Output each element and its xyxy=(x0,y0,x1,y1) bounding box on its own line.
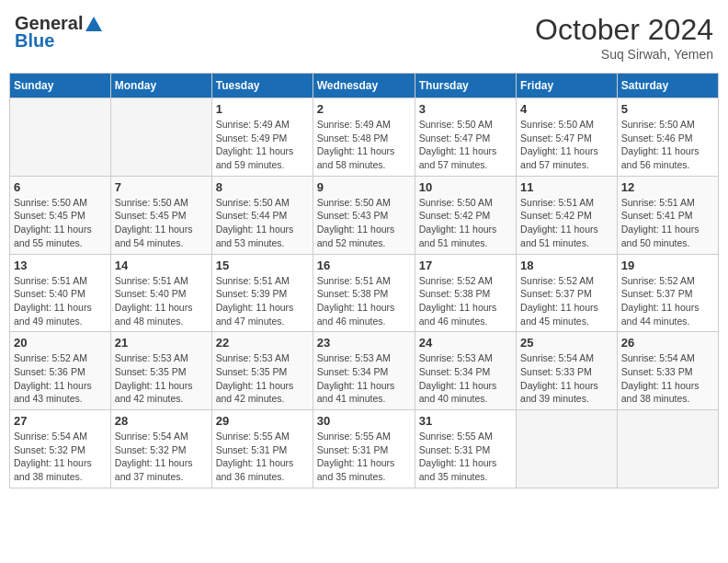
day-detail: Sunrise: 5:50 AM Sunset: 5:47 PM Dayligh… xyxy=(419,118,512,172)
logo: General Blue xyxy=(15,13,105,52)
calendar-cell: 25Sunrise: 5:54 AM Sunset: 5:33 PM Dayli… xyxy=(517,332,618,410)
day-detail: Sunrise: 5:55 AM Sunset: 5:31 PM Dayligh… xyxy=(419,430,512,484)
day-number: 1 xyxy=(216,102,309,116)
calendar-cell: 12Sunrise: 5:51 AM Sunset: 5:41 PM Dayli… xyxy=(617,176,718,254)
calendar-cell: 1Sunrise: 5:49 AM Sunset: 5:49 PM Daylig… xyxy=(211,98,313,177)
weekday-header: Saturday xyxy=(617,74,718,98)
calendar-cell: 9Sunrise: 5:50 AM Sunset: 5:43 PM Daylig… xyxy=(313,176,415,254)
logo-blue: Blue xyxy=(15,30,54,52)
calendar-cell: 18Sunrise: 5:52 AM Sunset: 5:37 PM Dayli… xyxy=(517,254,618,332)
calendar-cell: 30Sunrise: 5:55 AM Sunset: 5:31 PM Dayli… xyxy=(313,410,415,488)
day-number: 23 xyxy=(317,336,411,350)
day-number: 22 xyxy=(216,336,309,350)
day-number: 20 xyxy=(14,336,107,350)
day-detail: Sunrise: 5:52 AM Sunset: 5:38 PM Dayligh… xyxy=(419,274,512,328)
calendar-cell xyxy=(110,98,211,177)
day-detail: Sunrise: 5:54 AM Sunset: 5:33 PM Dayligh… xyxy=(520,351,613,406)
day-detail: Sunrise: 5:51 AM Sunset: 5:41 PM Dayligh… xyxy=(621,196,714,250)
weekday-header: Tuesday xyxy=(211,74,313,98)
day-detail: Sunrise: 5:55 AM Sunset: 5:31 PM Dayligh… xyxy=(216,430,309,484)
day-detail: Sunrise: 5:53 AM Sunset: 5:35 PM Dayligh… xyxy=(216,351,309,406)
day-number: 16 xyxy=(317,259,411,272)
day-detail: Sunrise: 5:55 AM Sunset: 5:31 PM Dayligh… xyxy=(317,430,411,484)
calendar-cell: 31Sunrise: 5:55 AM Sunset: 5:31 PM Dayli… xyxy=(415,410,516,488)
calendar-cell: 8Sunrise: 5:50 AM Sunset: 5:44 PM Daylig… xyxy=(211,176,313,254)
day-number: 13 xyxy=(14,259,107,272)
calendar-cell: 7Sunrise: 5:50 AM Sunset: 5:45 PM Daylig… xyxy=(110,176,211,254)
calendar-cell: 3Sunrise: 5:50 AM Sunset: 5:47 PM Daylig… xyxy=(415,98,516,177)
calendar-cell: 13Sunrise: 5:51 AM Sunset: 5:40 PM Dayli… xyxy=(10,254,111,332)
day-number: 27 xyxy=(14,414,107,428)
day-number: 5 xyxy=(621,102,714,116)
calendar-cell: 19Sunrise: 5:52 AM Sunset: 5:37 PM Dayli… xyxy=(617,254,718,332)
calendar-cell: 17Sunrise: 5:52 AM Sunset: 5:38 PM Dayli… xyxy=(415,254,516,332)
calendar-cell: 10Sunrise: 5:50 AM Sunset: 5:42 PM Dayli… xyxy=(415,176,516,254)
calendar-week-row: 27Sunrise: 5:54 AM Sunset: 5:32 PM Dayli… xyxy=(10,410,719,488)
day-detail: Sunrise: 5:53 AM Sunset: 5:34 PM Dayligh… xyxy=(317,351,411,406)
day-detail: Sunrise: 5:54 AM Sunset: 5:33 PM Dayligh… xyxy=(621,351,714,406)
day-detail: Sunrise: 5:53 AM Sunset: 5:35 PM Dayligh… xyxy=(115,351,208,406)
calendar-header-row: SundayMondayTuesdayWednesdayThursdayFrid… xyxy=(10,74,719,98)
day-number: 17 xyxy=(419,259,512,272)
calendar-cell: 11Sunrise: 5:51 AM Sunset: 5:42 PM Dayli… xyxy=(517,176,618,254)
day-detail: Sunrise: 5:50 AM Sunset: 5:44 PM Dayligh… xyxy=(216,196,309,250)
calendar-week-row: 20Sunrise: 5:52 AM Sunset: 5:36 PM Dayli… xyxy=(10,332,719,410)
day-detail: Sunrise: 5:50 AM Sunset: 5:47 PM Dayligh… xyxy=(520,118,613,172)
day-number: 29 xyxy=(216,414,309,428)
calendar-cell xyxy=(10,98,111,177)
day-detail: Sunrise: 5:52 AM Sunset: 5:37 PM Dayligh… xyxy=(621,274,714,328)
day-detail: Sunrise: 5:50 AM Sunset: 5:45 PM Dayligh… xyxy=(14,196,107,250)
calendar-week-row: 6Sunrise: 5:50 AM Sunset: 5:45 PM Daylig… xyxy=(10,176,719,254)
day-number: 24 xyxy=(419,336,512,350)
day-number: 7 xyxy=(115,180,208,194)
day-detail: Sunrise: 5:52 AM Sunset: 5:37 PM Dayligh… xyxy=(520,274,613,328)
weekday-header: Friday xyxy=(517,74,618,98)
calendar-cell: 15Sunrise: 5:51 AM Sunset: 5:39 PM Dayli… xyxy=(211,254,313,332)
calendar-cell xyxy=(517,410,618,488)
calendar-cell: 28Sunrise: 5:54 AM Sunset: 5:32 PM Dayli… xyxy=(110,410,211,488)
day-detail: Sunrise: 5:50 AM Sunset: 5:45 PM Dayligh… xyxy=(115,196,208,250)
weekday-header: Sunday xyxy=(10,74,111,98)
day-detail: Sunrise: 5:49 AM Sunset: 5:49 PM Dayligh… xyxy=(216,118,309,172)
day-detail: Sunrise: 5:54 AM Sunset: 5:32 PM Dayligh… xyxy=(115,430,208,484)
calendar-cell: 5Sunrise: 5:50 AM Sunset: 5:46 PM Daylig… xyxy=(617,98,718,177)
day-number: 18 xyxy=(520,259,613,272)
calendar-cell: 22Sunrise: 5:53 AM Sunset: 5:35 PM Dayli… xyxy=(211,332,313,410)
location-subtitle: Suq Sirwah, Yemen xyxy=(535,47,713,62)
day-detail: Sunrise: 5:51 AM Sunset: 5:39 PM Dayligh… xyxy=(216,274,309,328)
calendar-cell: 16Sunrise: 5:51 AM Sunset: 5:38 PM Dayli… xyxy=(313,254,415,332)
calendar-cell: 24Sunrise: 5:53 AM Sunset: 5:34 PM Dayli… xyxy=(415,332,516,410)
weekday-header: Wednesday xyxy=(313,74,415,98)
day-number: 3 xyxy=(419,102,512,116)
day-number: 12 xyxy=(621,180,714,194)
day-detail: Sunrise: 5:49 AM Sunset: 5:48 PM Dayligh… xyxy=(317,118,411,172)
day-number: 28 xyxy=(115,414,208,428)
logo-icon xyxy=(84,15,104,33)
calendar-cell: 2Sunrise: 5:49 AM Sunset: 5:48 PM Daylig… xyxy=(313,98,415,177)
day-number: 11 xyxy=(520,180,613,194)
day-detail: Sunrise: 5:51 AM Sunset: 5:38 PM Dayligh… xyxy=(317,274,411,328)
day-number: 21 xyxy=(115,336,208,350)
day-number: 10 xyxy=(419,180,512,194)
calendar-cell xyxy=(617,410,718,488)
calendar-cell: 14Sunrise: 5:51 AM Sunset: 5:40 PM Dayli… xyxy=(110,254,211,332)
month-title: October 2024 xyxy=(535,13,713,47)
calendar-cell: 27Sunrise: 5:54 AM Sunset: 5:32 PM Dayli… xyxy=(10,410,111,488)
day-number: 26 xyxy=(621,336,714,350)
day-detail: Sunrise: 5:51 AM Sunset: 5:40 PM Dayligh… xyxy=(14,274,107,328)
day-number: 9 xyxy=(317,180,411,194)
day-detail: Sunrise: 5:54 AM Sunset: 5:32 PM Dayligh… xyxy=(14,430,107,484)
title-block: October 2024 Suq Sirwah, Yemen xyxy=(535,13,713,62)
day-detail: Sunrise: 5:53 AM Sunset: 5:34 PM Dayligh… xyxy=(419,351,512,406)
day-number: 6 xyxy=(14,180,107,194)
calendar-cell: 23Sunrise: 5:53 AM Sunset: 5:34 PM Dayli… xyxy=(313,332,415,410)
day-number: 4 xyxy=(520,102,613,116)
day-detail: Sunrise: 5:52 AM Sunset: 5:36 PM Dayligh… xyxy=(14,351,107,406)
calendar-week-row: 1Sunrise: 5:49 AM Sunset: 5:49 PM Daylig… xyxy=(10,98,719,177)
day-number: 15 xyxy=(216,259,309,272)
svg-marker-0 xyxy=(85,17,102,31)
day-number: 14 xyxy=(115,259,208,272)
calendar-cell: 29Sunrise: 5:55 AM Sunset: 5:31 PM Dayli… xyxy=(211,410,313,488)
day-number: 31 xyxy=(419,414,512,428)
day-number: 19 xyxy=(621,259,714,272)
